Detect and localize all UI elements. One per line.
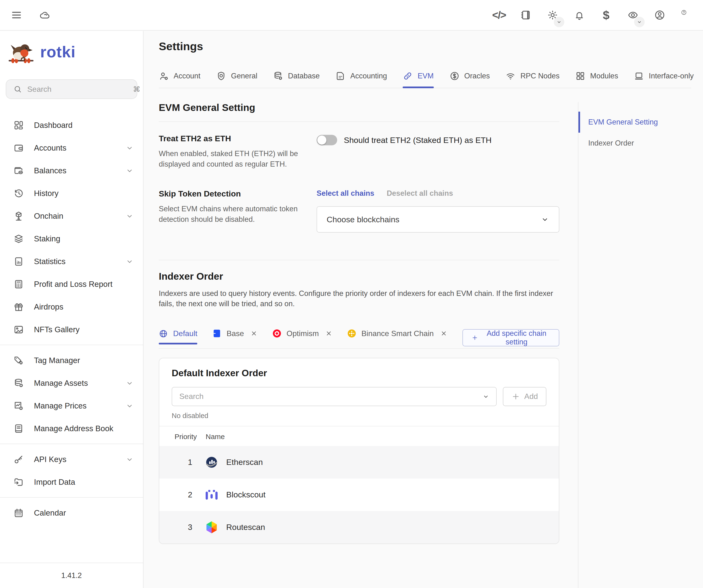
tab-account[interactable]: Account	[159, 71, 201, 88]
add-specific-chain-button[interactable]: Add specific chain setting	[462, 329, 559, 346]
sidebar-item-pnl-report[interactable]: Profit and Loss Report	[0, 273, 143, 296]
chain-tab-binance-smart-chain[interactable]: Binance Smart Chain	[347, 329, 447, 344]
settings-tabs: Account General Database Accounting EVM …	[159, 71, 691, 88]
sidebar-item-onchain[interactable]: Onchain	[0, 204, 143, 227]
sidebar-item-import-data[interactable]: Import Data	[0, 471, 143, 493]
address-book-icon	[13, 423, 24, 434]
chain-tab-optimism[interactable]: Optimism	[272, 329, 332, 344]
priority-value: 2	[174, 490, 206, 499]
tab-database[interactable]: Database	[273, 71, 320, 88]
help-button[interactable]	[680, 8, 693, 22]
close-icon[interactable]	[441, 330, 447, 337]
chevron-down-icon[interactable]	[125, 455, 134, 464]
sidebar-search[interactable]: ⌘ /	[6, 79, 137, 99]
deselect-all-chains-link[interactable]: Deselect all chains	[387, 189, 453, 198]
user-gear-icon	[159, 71, 169, 81]
currency-button[interactable]: $	[599, 8, 613, 22]
tab-general[interactable]: General	[216, 71, 257, 88]
privacy-dropdown-badge[interactable]	[634, 17, 645, 27]
choose-blockchains-select[interactable]: Choose blockchains	[317, 206, 559, 233]
chevron-down-icon[interactable]	[125, 166, 134, 175]
journal-icon	[520, 10, 531, 20]
chevron-down-icon[interactable]	[125, 212, 134, 221]
sidebar-item-balances[interactable]: Balances	[0, 159, 143, 182]
table-row[interactable]: 2 Blockscout	[159, 479, 559, 511]
search-input[interactable]	[27, 85, 128, 94]
account-button[interactable]	[653, 8, 667, 22]
notifications-button[interactable]	[572, 8, 586, 22]
indexer-search-input[interactable]	[179, 392, 482, 401]
close-icon[interactable]	[325, 330, 332, 337]
tag-gear-icon	[13, 355, 24, 366]
file-dots-icon	[335, 71, 345, 81]
tab-rpc-nodes[interactable]: RPC Nodes	[505, 71, 559, 88]
close-icon[interactable]	[251, 330, 257, 337]
indexer-name: Routescan	[226, 522, 265, 532]
table-row[interactable]: 1 Etherscan	[159, 446, 559, 479]
sidebar-item-manage-prices[interactable]: Manage Prices	[0, 394, 143, 417]
skip-token-title: Skip Token Detection	[159, 189, 317, 198]
treat-eth2-title: Treat ETH2 as ETH	[159, 134, 317, 143]
chevron-down-icon[interactable]	[125, 402, 134, 410]
app-name: rotki	[40, 43, 76, 61]
tab-evm[interactable]: EVM	[403, 71, 434, 88]
theme-dropdown-badge[interactable]	[554, 17, 564, 27]
cloud-sync-button[interactable]	[38, 8, 52, 22]
section-nav-indexer-order[interactable]: Indexer Order	[578, 133, 693, 154]
privacy-mode-button[interactable]	[626, 8, 640, 22]
tab-interface-only[interactable]: Interface-only	[634, 71, 694, 88]
sidebar-item-label: NFTs Gallery	[34, 325, 134, 334]
logo[interactable]: rotki	[0, 31, 143, 66]
dollar-icon: $	[603, 8, 610, 22]
select-all-chains-link[interactable]: Select all chains	[317, 189, 374, 198]
tab-modules[interactable]: Modules	[575, 71, 618, 88]
chevron-down-icon[interactable]	[125, 257, 134, 266]
evm-general-heading: EVM General Setting	[159, 102, 559, 113]
sidebar-item-api-keys[interactable]: API Keys	[0, 448, 143, 471]
chevron-down-icon[interactable]	[125, 144, 134, 152]
journal-button[interactable]	[519, 8, 533, 22]
sidebar-item-staking[interactable]: Staking	[0, 227, 143, 250]
topbar-left	[10, 8, 52, 22]
dev-console-button[interactable]: </>	[492, 8, 506, 22]
add-indexer-button[interactable]: Add	[503, 387, 546, 406]
cloud-sync-icon	[39, 10, 50, 20]
wallet-coin-icon	[13, 165, 24, 176]
sidebar-item-label: Tag Manager	[34, 356, 134, 365]
indexer-search-select[interactable]	[172, 387, 497, 406]
chain-tab-default[interactable]: Default	[159, 329, 197, 344]
sidebar-item-calendar[interactable]: Calendar	[0, 501, 143, 524]
chevron-down-icon[interactable]	[125, 379, 134, 388]
sidebar-item-dashboard[interactable]: Dashboard	[0, 114, 143, 137]
sidebar-item-label: Manage Prices	[34, 401, 125, 410]
chain-tab-label: Binance Smart Chain	[361, 329, 434, 338]
document-chart-icon	[13, 256, 24, 267]
tab-oracles[interactable]: Oracles	[450, 71, 490, 88]
calendar-icon	[13, 508, 24, 518]
sidebar-item-accounts[interactable]: Accounts	[0, 137, 143, 159]
chain-tabs: Default Base Optimism Binance Smart Chai…	[159, 329, 559, 346]
chain-tab-label: Optimism	[287, 329, 319, 338]
add-indexer-label: Add	[524, 392, 538, 401]
default-indexer-order-card: Default Indexer Order Add No disabled	[159, 358, 559, 544]
section-nav-evm-general-setting[interactable]: EVM General Setting	[578, 112, 693, 133]
cube-network-icon	[13, 211, 24, 221]
sidebar-item-label: History	[34, 189, 134, 198]
wallet-icon	[13, 143, 24, 153]
table-row[interactable]: 3 Routescan	[159, 511, 559, 543]
chain-tab-base[interactable]: Base	[213, 329, 257, 344]
menu-button[interactable]	[10, 8, 23, 22]
divider	[578, 102, 578, 588]
treat-eth2-toggle[interactable]	[317, 135, 337, 145]
sidebar-item-tag-manager[interactable]: Tag Manager	[0, 349, 143, 372]
sidebar-item-nfts-gallery[interactable]: NFTs Gallery	[0, 318, 143, 341]
tab-accounting[interactable]: Accounting	[335, 71, 387, 88]
sidebar-item-history[interactable]: History	[0, 182, 143, 204]
sidebar-item-airdrops[interactable]: Airdrops	[0, 296, 143, 318]
sidebar-item-manage-assets[interactable]: Manage Assets	[0, 372, 143, 394]
theme-button[interactable]	[546, 8, 559, 22]
sidebar-item-manage-address-book[interactable]: Manage Address Book	[0, 417, 143, 440]
sidebar-item-statistics[interactable]: Statistics	[0, 250, 143, 273]
treat-eth2-setting: Treat ETH2 as ETH When enabled, staked E…	[159, 122, 559, 180]
skip-token-description: Select EVM chains where automatic token …	[159, 204, 308, 225]
